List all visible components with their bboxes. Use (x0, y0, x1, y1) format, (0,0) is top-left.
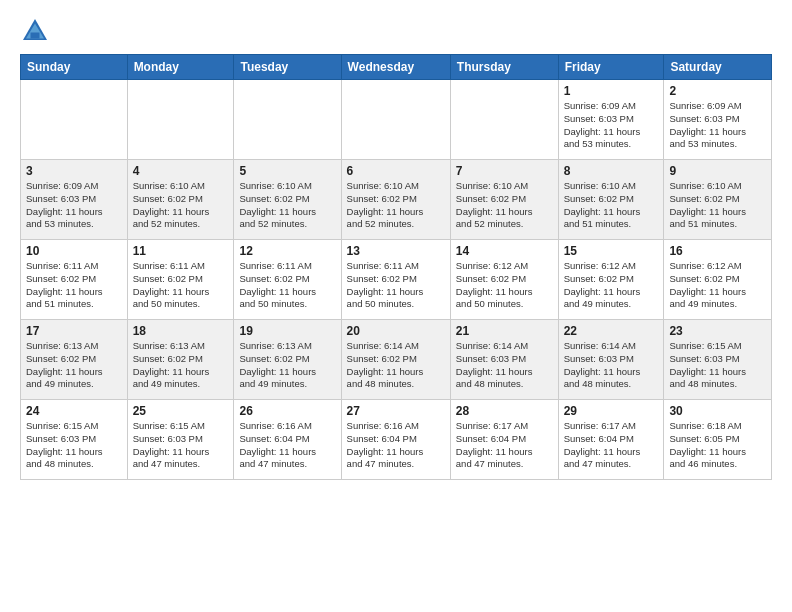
day-number: 6 (347, 164, 445, 178)
day-number: 8 (564, 164, 659, 178)
day-info: Sunrise: 6:10 AM Sunset: 6:02 PM Dayligh… (669, 180, 766, 231)
day-number: 5 (239, 164, 335, 178)
calendar-week-3: 10Sunrise: 6:11 AM Sunset: 6:02 PM Dayli… (21, 240, 772, 320)
weekday-header-saturday: Saturday (664, 55, 772, 80)
weekday-header-tuesday: Tuesday (234, 55, 341, 80)
day-number: 26 (239, 404, 335, 418)
day-number: 7 (456, 164, 553, 178)
calendar-cell-week1-day5: 1Sunrise: 6:09 AM Sunset: 6:03 PM Daylig… (558, 80, 664, 160)
calendar-cell-week1-day3 (341, 80, 450, 160)
day-number: 2 (669, 84, 766, 98)
day-number: 18 (133, 324, 229, 338)
calendar-cell-week2-day1: 4Sunrise: 6:10 AM Sunset: 6:02 PM Daylig… (127, 160, 234, 240)
calendar-cell-week4-day3: 20Sunrise: 6:14 AM Sunset: 6:02 PM Dayli… (341, 320, 450, 400)
day-info: Sunrise: 6:15 AM Sunset: 6:03 PM Dayligh… (669, 340, 766, 391)
day-info: Sunrise: 6:12 AM Sunset: 6:02 PM Dayligh… (456, 260, 553, 311)
day-number: 15 (564, 244, 659, 258)
weekday-header-sunday: Sunday (21, 55, 128, 80)
calendar-cell-week4-day6: 23Sunrise: 6:15 AM Sunset: 6:03 PM Dayli… (664, 320, 772, 400)
calendar-cell-week5-day1: 25Sunrise: 6:15 AM Sunset: 6:03 PM Dayli… (127, 400, 234, 480)
calendar-cell-week1-day4 (450, 80, 558, 160)
calendar-cell-week2-day2: 5Sunrise: 6:10 AM Sunset: 6:02 PM Daylig… (234, 160, 341, 240)
day-number: 14 (456, 244, 553, 258)
calendar-cell-week3-day0: 10Sunrise: 6:11 AM Sunset: 6:02 PM Dayli… (21, 240, 128, 320)
day-number: 1 (564, 84, 659, 98)
day-info: Sunrise: 6:14 AM Sunset: 6:03 PM Dayligh… (456, 340, 553, 391)
weekday-header-wednesday: Wednesday (341, 55, 450, 80)
calendar-cell-week3-day1: 11Sunrise: 6:11 AM Sunset: 6:02 PM Dayli… (127, 240, 234, 320)
day-info: Sunrise: 6:10 AM Sunset: 6:02 PM Dayligh… (133, 180, 229, 231)
calendar-week-2: 3Sunrise: 6:09 AM Sunset: 6:03 PM Daylig… (21, 160, 772, 240)
calendar-cell-week5-day4: 28Sunrise: 6:17 AM Sunset: 6:04 PM Dayli… (450, 400, 558, 480)
calendar-week-4: 17Sunrise: 6:13 AM Sunset: 6:02 PM Dayli… (21, 320, 772, 400)
calendar-cell-week1-day1 (127, 80, 234, 160)
day-number: 28 (456, 404, 553, 418)
calendar-cell-week1-day0 (21, 80, 128, 160)
day-number: 16 (669, 244, 766, 258)
calendar-cell-week2-day4: 7Sunrise: 6:10 AM Sunset: 6:02 PM Daylig… (450, 160, 558, 240)
page: SundayMondayTuesdayWednesdayThursdayFrid… (0, 0, 792, 500)
day-info: Sunrise: 6:16 AM Sunset: 6:04 PM Dayligh… (239, 420, 335, 471)
day-info: Sunrise: 6:12 AM Sunset: 6:02 PM Dayligh… (669, 260, 766, 311)
calendar-cell-week5-day0: 24Sunrise: 6:15 AM Sunset: 6:03 PM Dayli… (21, 400, 128, 480)
calendar-cell-week4-day4: 21Sunrise: 6:14 AM Sunset: 6:03 PM Dayli… (450, 320, 558, 400)
day-number: 13 (347, 244, 445, 258)
weekday-header-thursday: Thursday (450, 55, 558, 80)
day-number: 10 (26, 244, 122, 258)
day-info: Sunrise: 6:09 AM Sunset: 6:03 PM Dayligh… (564, 100, 659, 151)
day-info: Sunrise: 6:13 AM Sunset: 6:02 PM Dayligh… (26, 340, 122, 391)
day-info: Sunrise: 6:13 AM Sunset: 6:02 PM Dayligh… (239, 340, 335, 391)
calendar-cell-week4-day0: 17Sunrise: 6:13 AM Sunset: 6:02 PM Dayli… (21, 320, 128, 400)
day-number: 20 (347, 324, 445, 338)
day-number: 30 (669, 404, 766, 418)
calendar-table: SundayMondayTuesdayWednesdayThursdayFrid… (20, 54, 772, 480)
calendar-cell-week2-day0: 3Sunrise: 6:09 AM Sunset: 6:03 PM Daylig… (21, 160, 128, 240)
calendar-cell-week3-day3: 13Sunrise: 6:11 AM Sunset: 6:02 PM Dayli… (341, 240, 450, 320)
day-info: Sunrise: 6:14 AM Sunset: 6:02 PM Dayligh… (347, 340, 445, 391)
day-info: Sunrise: 6:09 AM Sunset: 6:03 PM Dayligh… (669, 100, 766, 151)
weekday-header-monday: Monday (127, 55, 234, 80)
calendar-cell-week2-day3: 6Sunrise: 6:10 AM Sunset: 6:02 PM Daylig… (341, 160, 450, 240)
day-info: Sunrise: 6:16 AM Sunset: 6:04 PM Dayligh… (347, 420, 445, 471)
day-number: 22 (564, 324, 659, 338)
calendar-cell-week4-day2: 19Sunrise: 6:13 AM Sunset: 6:02 PM Dayli… (234, 320, 341, 400)
day-number: 4 (133, 164, 229, 178)
day-number: 23 (669, 324, 766, 338)
day-info: Sunrise: 6:11 AM Sunset: 6:02 PM Dayligh… (239, 260, 335, 311)
day-info: Sunrise: 6:12 AM Sunset: 6:02 PM Dayligh… (564, 260, 659, 311)
calendar-cell-week2-day6: 9Sunrise: 6:10 AM Sunset: 6:02 PM Daylig… (664, 160, 772, 240)
weekday-header-row: SundayMondayTuesdayWednesdayThursdayFrid… (21, 55, 772, 80)
day-number: 25 (133, 404, 229, 418)
day-number: 9 (669, 164, 766, 178)
day-number: 19 (239, 324, 335, 338)
day-info: Sunrise: 6:10 AM Sunset: 6:02 PM Dayligh… (239, 180, 335, 231)
calendar-cell-week4-day1: 18Sunrise: 6:13 AM Sunset: 6:02 PM Dayli… (127, 320, 234, 400)
svg-rect-2 (31, 33, 40, 39)
day-info: Sunrise: 6:10 AM Sunset: 6:02 PM Dayligh… (564, 180, 659, 231)
day-info: Sunrise: 6:10 AM Sunset: 6:02 PM Dayligh… (347, 180, 445, 231)
calendar-cell-week2-day5: 8Sunrise: 6:10 AM Sunset: 6:02 PM Daylig… (558, 160, 664, 240)
day-number: 24 (26, 404, 122, 418)
logo-icon (20, 16, 50, 46)
logo (20, 16, 54, 46)
weekday-header-friday: Friday (558, 55, 664, 80)
calendar-cell-week5-day3: 27Sunrise: 6:16 AM Sunset: 6:04 PM Dayli… (341, 400, 450, 480)
day-number: 3 (26, 164, 122, 178)
calendar-cell-week5-day5: 29Sunrise: 6:17 AM Sunset: 6:04 PM Dayli… (558, 400, 664, 480)
calendar-cell-week4-day5: 22Sunrise: 6:14 AM Sunset: 6:03 PM Dayli… (558, 320, 664, 400)
day-number: 12 (239, 244, 335, 258)
calendar-week-1: 1Sunrise: 6:09 AM Sunset: 6:03 PM Daylig… (21, 80, 772, 160)
day-info: Sunrise: 6:14 AM Sunset: 6:03 PM Dayligh… (564, 340, 659, 391)
day-info: Sunrise: 6:10 AM Sunset: 6:02 PM Dayligh… (456, 180, 553, 231)
day-info: Sunrise: 6:18 AM Sunset: 6:05 PM Dayligh… (669, 420, 766, 471)
day-info: Sunrise: 6:13 AM Sunset: 6:02 PM Dayligh… (133, 340, 229, 391)
day-info: Sunrise: 6:17 AM Sunset: 6:04 PM Dayligh… (456, 420, 553, 471)
calendar-cell-week3-day2: 12Sunrise: 6:11 AM Sunset: 6:02 PM Dayli… (234, 240, 341, 320)
day-number: 11 (133, 244, 229, 258)
day-info: Sunrise: 6:11 AM Sunset: 6:02 PM Dayligh… (133, 260, 229, 311)
day-number: 27 (347, 404, 445, 418)
calendar-cell-week3-day6: 16Sunrise: 6:12 AM Sunset: 6:02 PM Dayli… (664, 240, 772, 320)
day-number: 21 (456, 324, 553, 338)
day-info: Sunrise: 6:15 AM Sunset: 6:03 PM Dayligh… (26, 420, 122, 471)
calendar-cell-week3-day4: 14Sunrise: 6:12 AM Sunset: 6:02 PM Dayli… (450, 240, 558, 320)
